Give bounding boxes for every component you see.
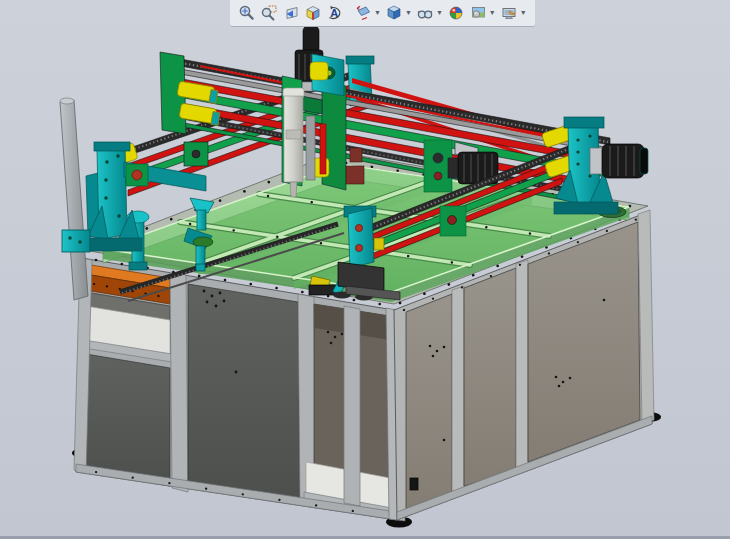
- hide-show-items-icon: [416, 4, 434, 22]
- view-settings-icon: [500, 4, 518, 22]
- previous-view-icon: [282, 4, 300, 22]
- side-post[interactable]: [60, 98, 90, 300]
- heads-up-view-toolbar: A ▼ ▼ ▼: [230, 0, 535, 27]
- y-drive-motor[interactable]: [590, 144, 648, 178]
- post-clamp: [62, 230, 90, 252]
- view-orientation-icon: [354, 4, 372, 22]
- apply-scene-icon: [469, 4, 487, 22]
- zoom-to-fit-button[interactable]: [237, 3, 257, 23]
- power-inlet: [410, 478, 418, 490]
- open-compartment-right[interactable]: [304, 304, 392, 516]
- zoom-to-fit-icon: [238, 4, 256, 22]
- view-orientation-button[interactable]: [353, 3, 373, 23]
- edit-appearance-button[interactable]: [446, 3, 466, 23]
- section-view-icon: [304, 4, 322, 22]
- zoom-to-area-button[interactable]: [259, 3, 279, 23]
- dynamic-annotation-views-button[interactable]: A: [325, 3, 345, 23]
- limit-switch: [346, 166, 364, 184]
- spindle[interactable]: [283, 88, 304, 197]
- previous-view-button[interactable]: [281, 3, 301, 23]
- edit-appearance-icon: [447, 4, 465, 22]
- display-style-icon: [385, 4, 403, 22]
- view-orientation-dropdown[interactable]: ▼: [374, 3, 381, 23]
- hide-show-items-button[interactable]: [415, 3, 435, 23]
- view-settings-button[interactable]: [499, 3, 519, 23]
- section-view-button[interactable]: [303, 3, 323, 23]
- apply-scene-button[interactable]: [468, 3, 488, 23]
- apply-scene-dropdown[interactable]: ▼: [489, 3, 496, 23]
- hide-show-items-dropdown[interactable]: ▼: [436, 3, 443, 23]
- view-settings-dropdown[interactable]: ▼: [520, 3, 527, 23]
- display-style-dropdown[interactable]: ▼: [405, 3, 412, 23]
- zoom-to-area-icon: [260, 4, 278, 22]
- dynamic-annotation-views-icon: A: [326, 4, 344, 22]
- cad-viewport[interactable]: [0, 0, 730, 539]
- display-style-button[interactable]: [384, 3, 404, 23]
- right-rail-carriage: [440, 206, 466, 236]
